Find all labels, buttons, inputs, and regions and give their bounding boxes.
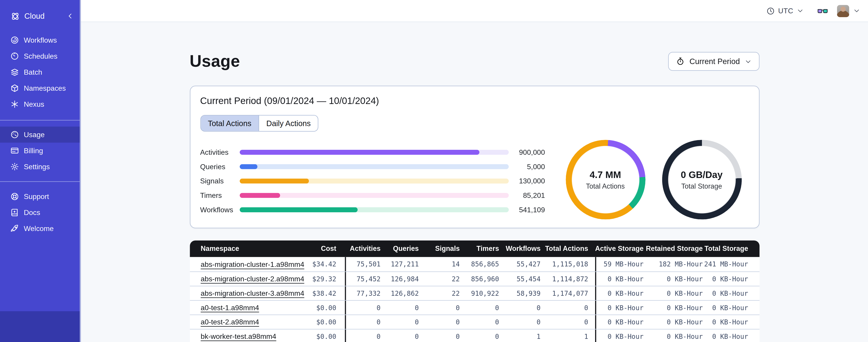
account-menu-chevron-down-icon[interactable]: [853, 7, 860, 14]
glasses-icon[interactable]: [817, 5, 828, 16]
temporal-cloud-usage-page: Cloud WorkflowsSchedulesBatchNamespacesN…: [0, 0, 868, 342]
bar-fill: [240, 178, 309, 183]
cell-total_storage: 0 KB-Hour: [704, 301, 759, 314]
bar-track: [240, 207, 508, 212]
sidebar-item-docs[interactable]: Docs: [0, 205, 80, 220]
chevron-down-icon: [744, 58, 751, 65]
table-header-row: NamespaceCostActivitiesQueriesSignalsTim…: [190, 240, 759, 257]
cell-timers: 856,960: [461, 272, 500, 286]
bar-value: 5,000: [508, 162, 545, 171]
sidebar-item-settings[interactable]: Settings: [0, 159, 80, 175]
cell-retained_storage: 0 KB-Hour: [645, 315, 704, 329]
sidebar-item-usage[interactable]: Usage: [0, 127, 80, 143]
workflows-icon: [10, 35, 20, 45]
sidebar-item-workflows[interactable]: Workflows: [0, 32, 80, 48]
cell-timers: 0: [461, 301, 500, 314]
table-row: a0-test-1.a98mm4$0.000000000 KB-Hour0 KB…: [190, 300, 759, 315]
namespace-link[interactable]: abs-migration-cluster-3.a98mm4: [200, 289, 304, 298]
namespace-link[interactable]: a0-test-1.a98mm4: [200, 303, 259, 312]
cell-total_storage: 0 KB-Hour: [704, 272, 759, 286]
sidebar-item-nexus[interactable]: Nexus: [0, 96, 80, 112]
total-storage-donut: 0 GB/DayTotal Storage: [662, 140, 742, 219]
namespace-link[interactable]: bk-worker-test.a98mm4: [200, 332, 276, 341]
sidebar-item-label: Support: [24, 193, 49, 201]
cell-total_actions: 0: [542, 315, 595, 329]
cell-total_storage: 0 KB-Hour: [704, 315, 759, 329]
temporal-logo-icon: [10, 11, 21, 22]
cell-total_actions: 1: [542, 329, 595, 342]
docs-icon: [10, 208, 20, 217]
sidebar-item-schedules[interactable]: Schedules: [0, 48, 80, 64]
sidebar-item-label: Schedules: [24, 52, 57, 60]
namespace-link[interactable]: abs-migration-cluster-1.a98mm4: [200, 260, 304, 269]
cell-activities: 0: [344, 301, 381, 314]
donut-label: Total Storage: [681, 182, 722, 190]
namespace-link[interactable]: abs-migration-cluster-2.a98mm4: [200, 275, 304, 283]
sidebar-header: Cloud: [0, 8, 80, 24]
donut-center: 4.7 MMTotal Actions: [565, 140, 645, 219]
sidebar-item-support[interactable]: Support: [0, 189, 80, 205]
namespace-usage-table: NamespaceCostActivitiesQueriesSignalsTim…: [190, 240, 759, 342]
bar-fill: [240, 149, 479, 155]
cell-timers: 910,922: [461, 286, 500, 300]
bar-value: 541,109: [508, 205, 545, 214]
cell-activities: 75,452: [344, 272, 381, 286]
sidebar-item-label: Settings: [24, 163, 50, 171]
sidebar-nav: WorkflowsSchedulesBatchNamespacesNexusUs…: [0, 24, 80, 237]
tab-total-actions[interactable]: Total Actions: [200, 115, 259, 131]
cell-cost: $29.32: [299, 272, 344, 286]
timezone-selector[interactable]: UTC: [766, 6, 804, 15]
cell-total_actions: 1,114,872: [542, 272, 595, 286]
chevron-left-icon[interactable]: [66, 12, 74, 20]
period-selector-button[interactable]: Current Period: [669, 52, 759, 71]
sidebar-item-welcome[interactable]: Welcome: [0, 220, 80, 237]
bar-value: 85,201: [508, 191, 545, 199]
sidebar: Cloud WorkflowsSchedulesBatchNamespacesN…: [0, 0, 81, 342]
sidebar-item-batch[interactable]: Batch: [0, 64, 80, 80]
column-header-activities: Activities: [344, 245, 381, 252]
cell-activities: 77,332: [344, 286, 381, 300]
column-header-total_actions: Total Actions: [542, 245, 595, 252]
table-row: abs-migration-cluster-3.a98mm4$38.4277,3…: [190, 286, 759, 300]
namespace-link[interactable]: a0-test-2.a98mm4: [200, 318, 259, 326]
cell-queries: 127,211: [381, 257, 420, 271]
cell-signals: 0: [420, 315, 461, 329]
table-row: abs-migration-cluster-2.a98mm4$29.3275,4…: [190, 271, 759, 286]
cell-active_storage: 0 KB-Hour: [595, 301, 645, 314]
sidebar-item-billing[interactable]: Billing: [0, 143, 80, 159]
cell-workflows: 55,427: [500, 257, 542, 271]
bar-value: 900,000: [508, 148, 545, 156]
main-area: UTC Usage Current Period Current Per: [81, 0, 868, 342]
table-body: abs-migration-cluster-1.a98mm4$34.4275,5…: [190, 257, 759, 342]
cell-active_storage: 59 MB-Hour: [595, 257, 645, 271]
donut-label: Total Actions: [586, 182, 625, 190]
summary-donuts: 4.7 MMTotal Actions0 GB/DayTotal Storage: [565, 140, 742, 219]
sidebar-item-namespaces[interactable]: Namespaces: [0, 80, 80, 96]
column-header-active_storage: Active Storage: [595, 245, 645, 252]
cell-queries: 0: [381, 315, 420, 329]
cell-signals: 22: [420, 272, 461, 286]
cell-active_storage: 0 KB-Hour: [595, 272, 645, 286]
cell-cost: $0.00: [299, 315, 344, 329]
cell-workflows: 55,454: [500, 272, 542, 286]
sidebar-bottom-panel: [0, 311, 80, 342]
sidebar-item-label: Billing: [24, 146, 43, 155]
cell-cost: $0.00: [299, 301, 344, 314]
column-header-timers: Timers: [461, 245, 500, 252]
namespaces-icon: [10, 83, 20, 93]
cell-total_storage: 0 KB-Hour: [704, 329, 759, 342]
total-actions-donut: 4.7 MMTotal Actions: [565, 140, 645, 219]
cell-workflows: 1: [500, 329, 542, 342]
user-avatar[interactable]: [837, 5, 849, 17]
cell-namespace: a0-test-2.a98mm4: [190, 315, 299, 329]
table-row: a0-test-2.a98mm4$0.000000000 KB-Hour0 KB…: [190, 314, 759, 329]
topbar: UTC: [81, 0, 868, 22]
cell-cost: $0.00: [299, 329, 344, 342]
cell-total_actions: 1,115,018: [542, 257, 595, 271]
batch-icon: [10, 67, 20, 77]
bar-value: 130,000: [508, 177, 545, 185]
tab-daily-actions[interactable]: Daily Actions: [259, 115, 318, 131]
sidebar-title: Cloud: [24, 11, 66, 20]
sidebar-item-label: Usage: [24, 130, 44, 139]
period-selector-label: Current Period: [689, 57, 740, 66]
